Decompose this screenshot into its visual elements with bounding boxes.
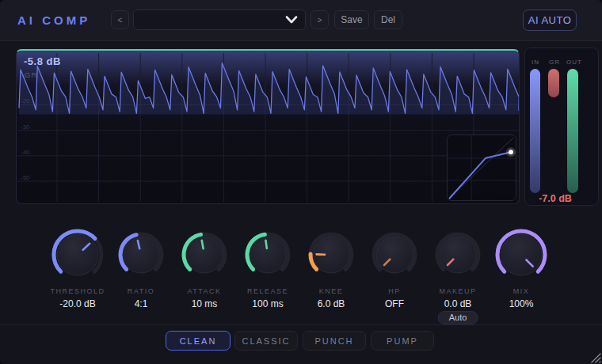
svg-text:-30: -30: [21, 123, 30, 131]
gr-readout-label: GR: [25, 70, 37, 79]
preset-prev-button[interactable]: <: [111, 10, 129, 29]
chevron-down-icon: [284, 15, 299, 25]
waveform-display: -10-20-30-40-50 -5.8 dB GR: [16, 49, 520, 204]
meter-gr-bar: [548, 69, 559, 97]
knob-ratio[interactable]: RATIO4:1: [109, 223, 173, 328]
resize-grip-icon[interactable]: [589, 351, 601, 363]
svg-text:-50: -50: [21, 174, 30, 181]
knob-mix[interactable]: MIX100%: [490, 223, 553, 328]
knob-threshold[interactable]: THRESHOLD-20.0 dB: [46, 223, 109, 328]
meter-readout: -7.0 dB: [525, 193, 585, 204]
ratio-knob-control[interactable]: [113, 227, 169, 282]
knob-knee[interactable]: KNEE6.0 dB: [299, 223, 363, 328]
meter-in-bar: [530, 69, 540, 193]
threshold-label: THRESHOLD: [46, 287, 109, 295]
gr-readout: -5.8 dB: [24, 55, 61, 67]
preset-select[interactable]: [133, 9, 306, 30]
knob-hp[interactable]: HPOFF: [363, 223, 426, 328]
waveform-svg: -10-20-30-40-50: [17, 51, 520, 203]
knee-knob-control[interactable]: [303, 227, 359, 282]
mode-clean-button[interactable]: CLEAN: [166, 331, 231, 351]
knee-value: 6.0 dB: [299, 298, 363, 309]
auto-makeup-button[interactable]: Auto: [438, 311, 478, 324]
knob-attack[interactable]: ATTACK10 ms: [173, 223, 236, 328]
knob-release[interactable]: RELEASE100 ms: [236, 223, 299, 328]
ratio-value: 4:1: [109, 298, 173, 309]
attack-knob-control[interactable]: [177, 227, 232, 282]
hp-label: HP: [363, 287, 426, 295]
bottom-divider: [0, 324, 602, 325]
svg-text:-40: -40: [21, 149, 30, 156]
meter-gr-label: GR: [547, 59, 562, 66]
meter-out-label: OUT: [564, 59, 585, 66]
meter-out-bar: [567, 69, 578, 193]
mix-knob-control[interactable]: [490, 223, 553, 286]
release-label: RELEASE: [236, 287, 299, 295]
ai-auto-button[interactable]: AI AUTO: [523, 9, 577, 31]
mode-punch-button[interactable]: PUNCH: [303, 331, 366, 351]
ratio-label: RATIO: [109, 287, 173, 295]
makeup-knob-control[interactable]: [430, 227, 486, 282]
mix-label: MIX: [490, 287, 553, 295]
mix-value: 100%: [490, 298, 553, 309]
mode-pump-button[interactable]: PUMP: [371, 331, 434, 351]
hp-knob-control[interactable]: [367, 227, 422, 282]
knob-makeup[interactable]: MAKEUP0.0 dBAuto: [426, 223, 490, 328]
header-bar: AI COMP < > Save Del AI AUTO: [0, 0, 602, 41]
attack-label: ATTACK: [173, 287, 236, 295]
meter-panel: IN GR OUT -7.0 dB: [524, 47, 599, 206]
mode-buttons: CLEANCLASSICPUNCHPUMP: [0, 331, 602, 351]
threshold-value: -20.0 dB: [46, 298, 109, 309]
attack-value: 10 ms: [173, 298, 236, 309]
transfer-curve-svg: [448, 135, 516, 200]
knee-label: KNEE: [299, 287, 363, 295]
makeup-value: 0.0 dB: [426, 298, 490, 309]
save-button[interactable]: Save: [334, 10, 369, 29]
makeup-label: MAKEUP: [426, 287, 490, 295]
transfer-curve-panel: [447, 135, 516, 201]
hp-value: OFF: [363, 298, 426, 309]
threshold-knob-control[interactable]: [46, 223, 109, 286]
mode-classic-button[interactable]: CLASSIC: [234, 331, 298, 351]
meter-in-label: IN: [528, 59, 543, 66]
app-title: AI COMP: [17, 13, 90, 27]
del-button[interactable]: Del: [374, 10, 402, 29]
preset-next-button[interactable]: >: [311, 10, 329, 29]
plugin-window: AI COMP < > Save Del AI AUTO -10-20-30-4…: [0, 0, 602, 364]
release-value: 100 ms: [236, 298, 299, 309]
release-knob-control[interactable]: [240, 227, 295, 282]
